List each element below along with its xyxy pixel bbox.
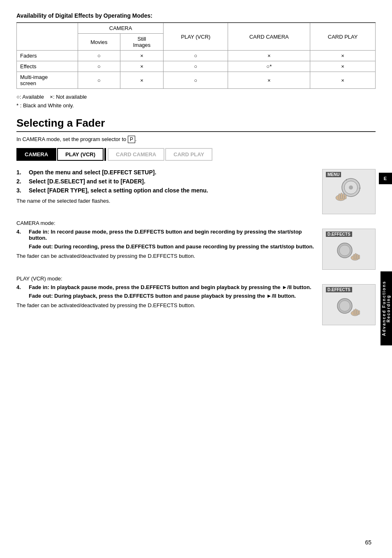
effects-card-play: × <box>310 61 376 72</box>
step-4-play-fadeout: Fade out: During playback, press the D.E… <box>29 293 311 299</box>
effects-play: ○ <box>164 61 228 72</box>
still-images-header: StillImages <box>120 34 163 51</box>
step-2-num: 2. <box>16 178 25 185</box>
tab-camera[interactable]: CAMERA <box>16 148 56 161</box>
section-title: Availability of Digital Effects by Opera… <box>16 12 376 19</box>
tab-card-camera[interactable]: CARD CAMERA <box>108 148 164 161</box>
intro-text: In CAMERA mode, set the program selector… <box>16 136 376 142</box>
step-4-camera-item: 4. Fade in: In record pause mode, press … <box>16 229 316 250</box>
svg-rect-4 <box>339 194 340 199</box>
tab-play-vcr[interactable]: PLAY (VCR) <box>57 148 104 161</box>
fader-note-camera: The fader can be activated/deactivated b… <box>16 253 316 259</box>
table-row: Faders ○ × ○ × × <box>17 51 376 61</box>
card-play-header: CARD PLAY <box>310 23 376 51</box>
row-label-multiimage: Multi-imagescreen <box>17 72 78 89</box>
faders-card-play: × <box>310 51 376 61</box>
deffects-play-image: D.EFFECTS <box>322 284 376 325</box>
step-3-num: 3. <box>16 187 25 194</box>
legend: ○: Available ×: Not available <box>16 94 376 100</box>
multiimage-movies: ○ <box>78 72 120 89</box>
movies-header: Movies <box>78 34 120 51</box>
side-tab-advanced-functions: Advanced Functions Recording <box>380 271 392 345</box>
deffects-camera-image: D.EFFECTS <box>322 229 376 270</box>
step-4-num: 4. <box>16 229 25 250</box>
effects-card-camera: ○* <box>228 61 310 72</box>
menu-image: MENU ↑ → <box>322 169 376 214</box>
step-2: 2. Select [D.E.SELECT] and set it to [FA… <box>16 178 316 185</box>
step-1: 1. Open the menu and select [D.EFFECT SE… <box>16 169 316 176</box>
svg-text:↑: ↑ <box>346 178 347 182</box>
step-4-camera-content: Fade in: In record pause mode, press the… <box>29 229 316 250</box>
multiimage-still: × <box>120 72 163 89</box>
menu-label: MENU <box>326 172 341 177</box>
step-1-text: Open the menu and select [D.EFFECT SETUP… <box>29 169 156 176</box>
step-3: 3. Select [FADER TYPE], select a setting… <box>16 187 316 194</box>
deffects-play-label: D.EFFECTS <box>326 287 352 292</box>
svg-rect-6 <box>343 194 344 199</box>
svg-rect-16 <box>358 255 360 259</box>
svg-rect-22 <box>357 310 358 315</box>
menu-icon-svg: ↑ → <box>328 175 369 208</box>
step-3-sub: The name of the selected fader flashes. <box>16 198 316 204</box>
deffects-camera-label: D.EFFECTS <box>326 232 352 237</box>
mode-tabs: CAMERA PLAY (VCR) CARD CAMERA CARD PLAY <box>16 148 376 161</box>
svg-rect-5 <box>341 193 342 199</box>
fader-note-play: The fader can be activated/deactivated b… <box>16 302 316 308</box>
selecting-fader-heading: Selecting a Fader <box>16 117 376 132</box>
tab-divider <box>104 148 106 161</box>
step-4-camera-section: 4. Fade in: In record pause mode, press … <box>16 229 376 270</box>
faders-card-camera: × <box>228 51 310 61</box>
multiimage-card-camera: × <box>228 72 310 89</box>
program-selector-icon: P <box>128 136 135 143</box>
camera-mode-label: CAMERA mode: <box>16 220 376 226</box>
step-2-text: Select [D.E.SELECT] and set it to [FADER… <box>29 178 145 185</box>
deffects-camera-svg <box>328 234 369 265</box>
svg-rect-21 <box>355 309 357 315</box>
svg-rect-23 <box>358 310 360 315</box>
svg-rect-14 <box>355 253 357 259</box>
faders-still: × <box>120 51 163 61</box>
step-4-play-num: 4. <box>16 284 25 299</box>
step-4-play-item: 4. Fade in: In playback pause mode, pres… <box>16 284 316 299</box>
row-label-effects: Effects <box>17 61 78 72</box>
svg-text:→: → <box>358 186 361 190</box>
availability-table: CAMERA PLAY (VCR) CARD CAMERA CARD PLAY … <box>16 22 376 89</box>
step-3-text: Select [FADER TYPE], select a setting op… <box>29 187 208 194</box>
step-4-play-section: 4. Fade in: In playback pause mode, pres… <box>16 284 376 325</box>
empty-header <box>17 23 78 51</box>
svg-rect-7 <box>345 194 346 199</box>
faders-movies: ○ <box>78 51 120 61</box>
play-vcr-mode-label: PLAY (VCR) mode: <box>16 276 376 282</box>
side-tab-e: E <box>379 173 392 184</box>
row-label-faders: Faders <box>17 51 78 61</box>
tab-card-play[interactable]: CARD PLAY <box>165 148 212 161</box>
advanced-functions-label: Advanced Functions Recording <box>382 276 391 341</box>
step-4-camera-fadein: Fade in: In record pause mode, press the… <box>29 229 316 241</box>
step-1-num: 1. <box>16 169 25 176</box>
svg-point-18 <box>339 301 350 311</box>
effects-still: × <box>120 61 163 72</box>
card-camera-header: CARD CAMERA <box>228 23 310 51</box>
step-4-play-fadein: Fade in: In playback pause mode, press t… <box>29 284 311 290</box>
svg-point-2 <box>349 185 353 190</box>
table-row: Multi-imagescreen ○ × ○ × × <box>17 72 376 89</box>
steps-list: 1. Open the menu and select [D.EFFECT SE… <box>16 169 316 194</box>
steps-1-3-section: 1. Open the menu and select [D.EFFECT SE… <box>16 169 376 214</box>
svg-rect-13 <box>353 254 355 259</box>
svg-rect-15 <box>357 254 358 259</box>
step-4-camera-fadeout: Fade out: During recording, press the D.… <box>29 243 316 250</box>
camera-group-header: CAMERA <box>78 23 163 34</box>
footnote: * : Black and White only. <box>16 102 376 109</box>
legend-available: ○: Available <box>16 94 44 100</box>
table-row: Effects ○ × ○ ○* × <box>17 61 376 72</box>
multiimage-card-play: × <box>310 72 376 89</box>
deffects-play-svg <box>328 289 369 320</box>
page-number: 65 <box>365 539 371 546</box>
steps-1-3-text: 1. Open the menu and select [D.EFFECT SE… <box>16 169 316 207</box>
play-vcr-header: PLAY (VCR) <box>164 23 228 51</box>
multiimage-play: ○ <box>164 72 228 89</box>
svg-point-11 <box>339 245 350 256</box>
step-4-play-text: 4. Fade in: In playback pause mode, pres… <box>16 284 316 314</box>
faders-play: ○ <box>164 51 228 61</box>
step-4-play-content: Fade in: In playback pause mode, press t… <box>29 284 311 299</box>
